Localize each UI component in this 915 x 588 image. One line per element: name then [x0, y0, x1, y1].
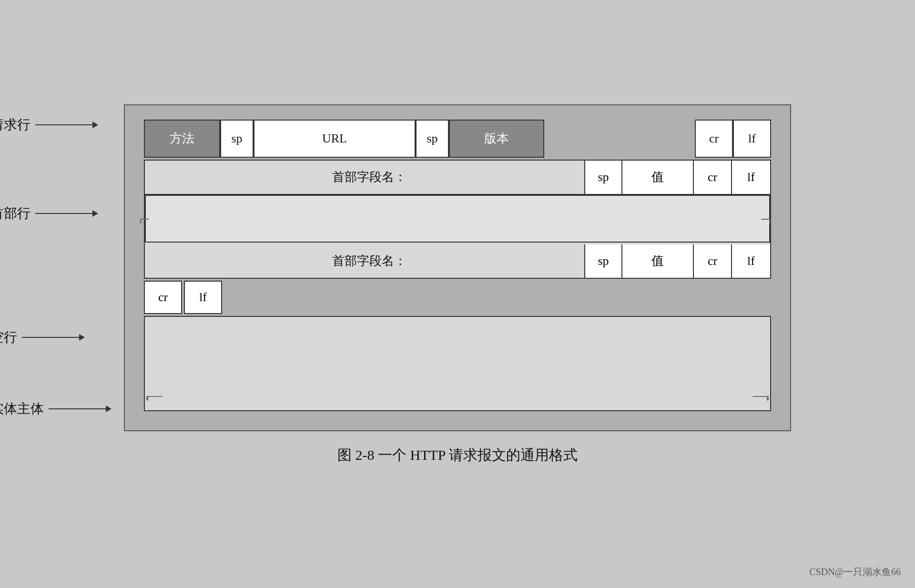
page-container: 请求行 首部行 空行 [0, 0, 915, 588]
label-empty-line: 空行 [0, 328, 85, 346]
header-row-1: 首部字段名： sp 值 cr lf [145, 161, 770, 195]
header-row-1-cr: cr [694, 161, 732, 194]
header-row-1-sp: sp [584, 161, 622, 194]
arrow-header-rows [35, 210, 98, 217]
request-lf-cell: lf [733, 120, 771, 158]
label-entity-body: 实体主体 [0, 400, 112, 418]
empty-lf-cell: lf [184, 281, 222, 314]
header-row-2: 首部字段名： sp 值 cr lf [145, 244, 770, 278]
request-line-row: 方法 sp URL sp 版本 cr [144, 120, 771, 158]
diagram-caption: 图 2-8 一个 HTTP 请求报文的通用格式 [124, 446, 791, 465]
sp2-cell: sp [416, 120, 449, 158]
dots-inner: · · · · · · · · · · · · · · · · · · [146, 196, 769, 242]
header-row-2-label: 首部字段名： [145, 244, 584, 278]
main-diagram-box: 方法 sp URL sp 版本 cr [124, 104, 791, 431]
label-request-line-text: 请求行 [0, 116, 30, 134]
header-row-1-label: 首部字段名： [145, 161, 584, 194]
sp1-cell: sp [220, 120, 254, 158]
request-cr-cell: cr [695, 120, 733, 158]
arrow-request-line [35, 122, 98, 128]
header-row-2-value: 值 [622, 244, 694, 278]
watermark: CSDN@一只溺水鱼66 [809, 566, 901, 578]
header-rows-box: 首部字段名： sp 值 cr lf [144, 160, 771, 279]
label-header-rows-text: 首部行 [0, 204, 30, 223]
header-row-2-sp: sp [584, 244, 622, 278]
diagram-wrapper: 请求行 首部行 空行 [124, 104, 791, 465]
entity-body-box: ⌐ ¬ [144, 316, 771, 411]
arrow-entity-body [49, 406, 112, 412]
arrow-empty-line [22, 334, 85, 341]
version-cell: 版本 [449, 120, 544, 158]
header-row-2-lf: lf [732, 244, 770, 278]
label-request-line: 请求行 [0, 116, 98, 134]
empty-cr-cell: cr [144, 281, 182, 314]
label-empty-line-text: 空行 [0, 328, 17, 346]
empty-line-row: cr lf [144, 281, 771, 314]
header-row-1-lf: lf [732, 161, 770, 194]
header-row-1-value: 值 [622, 161, 694, 194]
url-cell: URL [254, 120, 416, 158]
header-row-2-cr: cr [694, 244, 732, 278]
dots-row: · · · · · · · · · · · · · · · · · · ⌐ ¬ [145, 195, 770, 243]
label-entity-body-text: 实体主体 [0, 400, 44, 418]
method-cell: 方法 [144, 120, 220, 158]
label-header-rows: 首部行 [0, 204, 98, 223]
